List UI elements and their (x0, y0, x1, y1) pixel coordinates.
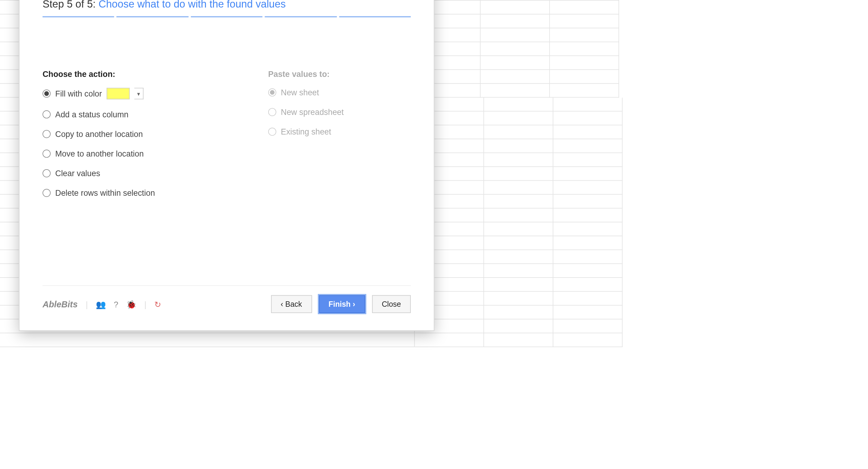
cell[interactable] (484, 181, 554, 195)
cell[interactable] (484, 222, 554, 236)
cell[interactable] (550, 42, 619, 56)
cell[interactable] (415, 333, 484, 347)
cell[interactable] (481, 70, 550, 84)
radio-copy[interactable]: Copy to another location (42, 129, 245, 139)
paste-header: Paste values to: (268, 69, 344, 79)
cell[interactable] (484, 98, 554, 112)
finish-button[interactable]: Finish › (318, 295, 365, 313)
cell[interactable] (484, 319, 554, 333)
cell[interactable] (553, 333, 623, 347)
cell[interactable] (550, 14, 619, 28)
cell[interactable] (553, 125, 623, 139)
cell[interactable] (481, 28, 550, 42)
radio-status-col[interactable]: Add a status column (42, 110, 245, 119)
cell[interactable] (484, 153, 554, 167)
radio-new-spreadsheet: New spreadsheet (268, 107, 344, 117)
cell[interactable] (550, 84, 619, 98)
cell[interactable] (484, 250, 554, 264)
radio-delete[interactable]: Delete rows within selection (42, 188, 245, 198)
refresh-icon[interactable]: ↻ (154, 299, 161, 309)
cell-hidden (0, 333, 415, 347)
cell[interactable] (553, 278, 623, 292)
cell[interactable] (553, 167, 623, 181)
dialog-progress (42, 16, 411, 18)
action-header: Choose the action: (42, 69, 245, 79)
cell[interactable] (484, 236, 554, 250)
color-dropdown-icon[interactable]: ▾ (134, 88, 144, 99)
cell[interactable] (553, 112, 623, 125)
cell[interactable] (484, 112, 554, 125)
cell[interactable] (484, 305, 554, 319)
cell[interactable] (484, 195, 554, 208)
cell[interactable] (481, 84, 550, 98)
cell[interactable] (553, 208, 623, 222)
community-icon[interactable]: 👥 (96, 299, 106, 309)
cell[interactable] (484, 125, 554, 139)
cell[interactable] (553, 222, 623, 236)
radio-clear[interactable]: Clear values (42, 169, 245, 178)
cell[interactable] (553, 139, 623, 153)
cell[interactable] (550, 1, 619, 14)
ablebits-logo: AbleBits (42, 299, 78, 309)
radio-existing-sheet: Existing sheet (268, 127, 344, 136)
cell[interactable] (553, 236, 623, 250)
radio-move[interactable]: Move to another location (42, 149, 245, 158)
compare-dialog: ✕ Compare columns or sheets Step 5 of 5:… (19, 0, 435, 331)
cell[interactable] (481, 14, 550, 28)
cell[interactable] (553, 181, 623, 195)
bug-icon[interactable]: 🐞 (126, 299, 136, 309)
cell[interactable] (484, 167, 554, 181)
cell[interactable] (484, 333, 554, 347)
cell[interactable] (553, 250, 623, 264)
cell[interactable] (553, 264, 623, 278)
cell[interactable] (481, 1, 550, 14)
cell[interactable] (484, 292, 554, 305)
back-button[interactable]: ‹ Back (271, 295, 312, 313)
cell[interactable] (550, 28, 619, 42)
help-icon[interactable]: ? (114, 299, 119, 309)
radio-fill-color[interactable]: Fill with color ▾ (42, 88, 245, 99)
color-swatch[interactable] (107, 88, 130, 99)
cell[interactable] (484, 139, 554, 153)
dialog-step-label: Step 5 of 5: Choose what to do with the … (42, 0, 411, 10)
radio-new-sheet: New sheet (268, 88, 344, 97)
cell[interactable] (550, 56, 619, 70)
cell[interactable] (553, 319, 623, 333)
cell[interactable] (553, 195, 623, 208)
cell[interactable] (481, 42, 550, 56)
cell[interactable] (484, 208, 554, 222)
cell[interactable] (553, 305, 623, 319)
cell[interactable] (484, 264, 554, 278)
cell[interactable] (484, 278, 554, 292)
close-button[interactable]: Close (372, 295, 411, 313)
cell[interactable] (481, 56, 550, 70)
cell[interactable] (553, 98, 623, 112)
cell[interactable] (553, 292, 623, 305)
cell[interactable] (550, 70, 619, 84)
cell[interactable] (553, 153, 623, 167)
